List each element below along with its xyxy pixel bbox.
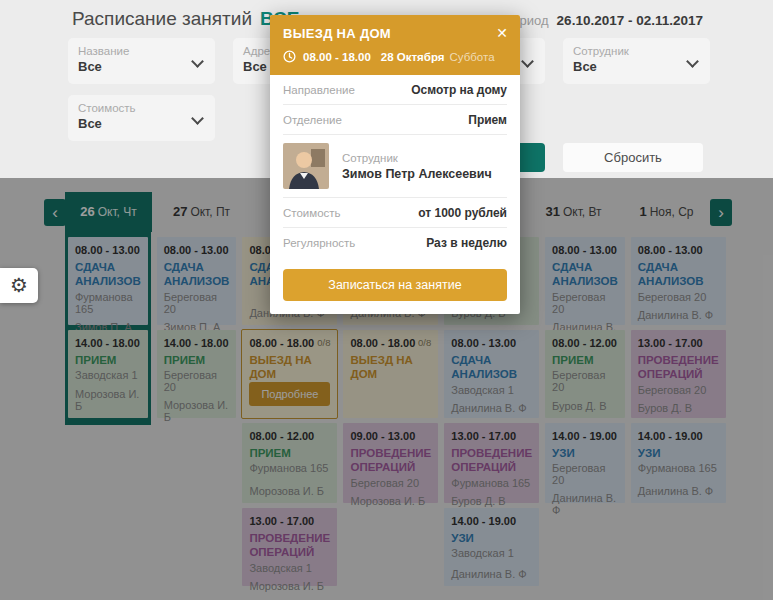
modal-row-department: Отделение Прием [283,105,507,135]
filter-value: Все [78,59,205,74]
filter-dropdown[interactable]: СотрудникВсе [563,38,710,84]
enroll-button[interactable]: Записаться на занятие [283,269,507,301]
row-label: Регулярность [283,237,355,249]
row-value: Раз в неделю [426,236,507,250]
clock-icon [283,50,296,63]
modal-body: Направление Осмотр на дому Отделение При… [270,75,520,257]
gear-icon: ⚙ [10,274,28,296]
modal-time-row: 08.00 - 18.00 28 Октября Суббота [283,50,507,63]
filter-label: Стоимость [78,102,205,114]
filter-label: Сотрудник [573,45,700,57]
filter-value: Все [78,116,205,131]
filter-dropdown[interactable]: НазваниеВсе [68,38,215,84]
schedule-page: Расписание занятийВСЕ - За период26.10.2… [0,0,773,600]
employee-name: Зимов Петр Алексеевич [342,167,492,181]
employee-info: Сотрудник Зимов Петр Алексеевич [342,152,492,181]
period-value: 26.10.2017 - 02.11.2017 [557,13,703,28]
filter-label: Название [78,45,205,57]
row-label: Направление [283,84,355,96]
row-label: Стоимость [283,207,341,219]
filter-value: Все [573,59,700,74]
modal-header: ВЫЕЗД НА ДОМ ✕ 08.00 - 18.00 28 Октября … [270,15,520,75]
modal-row-price: Стоимость от 1000 рублей [283,198,507,228]
modal-row-regularity: Регулярность Раз в неделю [283,228,507,257]
modal-employee-row: Сотрудник Зимов Петр Алексеевич [283,135,507,198]
modal-date: 28 Октября [381,51,445,63]
modal-time: 08.00 - 18.00 [303,51,371,63]
modal-row-direction: Направление Осмотр на дому [283,75,507,105]
employee-photo [283,143,329,189]
modal-title: ВЫЕЗД НА ДОМ [283,26,507,41]
chevron-down-icon [521,55,534,68]
row-label: Отделение [283,114,342,126]
reset-filters-button[interactable]: Сбросить [563,143,703,172]
event-details-modal: ВЫЕЗД НА ДОМ ✕ 08.00 - 18.00 28 Октября … [270,15,520,314]
row-value: Осмотр на дому [411,83,507,97]
settings-button[interactable]: ⚙ [0,268,38,303]
row-value: Прием [468,113,507,127]
close-icon[interactable]: ✕ [494,24,510,42]
modal-weekday: Суббота [450,51,495,63]
row-value: от 1000 рублей [418,206,507,220]
page-title-text: Расписание занятий [72,8,252,29]
employee-label: Сотрудник [342,152,492,164]
filter-dropdown[interactable]: СтоимостьВсе [68,95,215,141]
